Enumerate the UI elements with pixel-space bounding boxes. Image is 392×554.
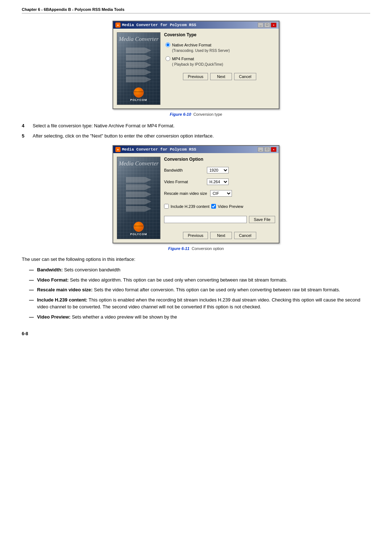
figure10-next-button[interactable]: Next [210,73,232,80]
figure10-previous-button[interactable]: Previous [183,73,208,80]
bullet-h239-text: Include H.239 content: This option is en… [37,296,370,311]
arrow3 [126,62,151,68]
left-panel-arrows [126,48,151,82]
titlebar-left: ♦ Media Converter for Polycom RSS [115,22,196,28]
polycom-text: POLYCOM [130,98,147,102]
minimize-button[interactable]: _ [258,22,264,28]
radio-mp4[interactable]: MP4 Format [166,56,275,61]
bullet-bandwidth-term: Bandwidth: [37,267,63,272]
step5-text: After selecting, click on the "Next" but… [33,132,214,140]
h239-row: Include H.239 content Video Preview [164,204,275,209]
save-file-row: Save File [164,216,275,223]
bullet-video-format-desc: Sets the video algorithm. This option ca… [70,277,287,283]
bullet-rescale-desc: Sets the video format after conversion. … [94,287,340,292]
arrow5 [126,77,151,82]
figure11-arrow4 [126,199,151,205]
bullet-dash-5: — [29,313,34,321]
bandwidth-label: Bandwidth [164,168,204,172]
bullet-video-format-term: Video Format: [37,277,69,283]
figure10-body: Media Converter POLYCOM Coversion Type [113,29,279,108]
figure11-caption-text: Conversion option [192,246,224,251]
figure11-minimize-button[interactable]: _ [258,147,264,152]
maximize-button[interactable]: □ [264,22,270,28]
save-file-input[interactable] [164,216,247,223]
arrow4 [126,69,151,75]
bullet-rescale-term: Rescale main video size: [37,287,93,292]
figure11-next-button[interactable]: Next [210,232,232,239]
h239-checkbox[interactable] [164,204,169,209]
figure11-titlebar: ♦ Media Converter for Polycom RSS _ □ ✕ [113,146,279,153]
figure11-polycom-logo: POLYCOM [130,222,147,236]
bullet-h239: — Include H.239 content: This option is … [29,296,370,311]
figure11-left-panel-arrows [126,177,151,212]
figure10-title: Media Converter for Polycom RSS [122,23,196,27]
figure11-window-controls: _ □ ✕ [258,147,277,152]
bullet-dash-3: — [29,286,34,294]
video-preview-checkbox[interactable] [211,204,216,209]
figure11-titlebar-left: ♦ Media Converter for Polycom RSS [115,147,196,152]
radio-mp4-input[interactable] [166,56,170,61]
bullet-bandwidth-text: Bandwidth: Sets conversion bandwidth [37,266,121,274]
video-format-select[interactable]: H.264 [207,178,229,185]
figure11-previous-button[interactable]: Previous [183,232,208,239]
figure10-caption-label: Figure 6-10 [170,112,191,116]
chapter-heading: Chapter 6 - 6BAppendix B - Polycom RSS M… [22,7,370,13]
figure11-window: ♦ Media Converter for Polycom RSS _ □ ✕ … [113,145,279,243]
video-format-row: Video Format H.264 [164,178,275,185]
page-number: 6-8 [22,331,370,336]
bullet-dash-1: — [29,266,34,274]
figure11-button-row: Previous Next Cancel [164,232,275,239]
figure11-panel-title: Media Converter [119,160,159,167]
figure11-left-panel: Media Converter POLYCOM [117,157,160,239]
figure10-caption: Figure 6-10 Conversion type [22,112,370,116]
polycom-logo: POLYCOM [130,87,147,102]
figure10-titlebar: ♦ Media Converter for Polycom RSS _ □ ✕ [113,21,279,29]
bullet-video-preview-term: Video Preview: [37,314,70,320]
figure10-section-title: Coversion Type [164,32,275,37]
save-file-button[interactable]: Save File [249,216,275,223]
description-intro: The user can set the following options i… [22,257,370,262]
figure10-caption-text: Conversion type [193,112,222,116]
bullet-dash-4: — [29,296,34,311]
bullet-bandwidth: — Bandwidth: Sets conversion bandwidth [29,266,370,274]
h239-label: Include H.239 content [171,204,209,209]
figure11-body: Media Converter POLYCOM Conversion Optio… [113,153,279,243]
step4-num: 4 [22,122,29,130]
figure10-radio-group: Native Archive Format (Transcoding. Used… [166,42,275,66]
rescale-select[interactable]: CIF [210,190,232,197]
figure10-window: ♦ Media Converter for Polycom RSS _ □ ✕ … [113,21,279,109]
close-button[interactable]: ✕ [271,22,277,28]
figure11-cancel-button[interactable]: Cancel [234,232,256,239]
bullet-rescale-text: Rescale main video size: Sets the video … [37,286,340,294]
figure11-caption-label: Figure 6-11 [168,246,189,251]
bullet-video-format-text: Video Format: Sets the video algorithm. … [37,276,287,284]
radio-native-archive-input[interactable] [166,42,170,47]
bullet-video-format: — Video Format: Sets the video algorithm… [29,276,370,284]
step4: 4 Select a file conversion type: Native … [22,122,370,130]
bullet-video-preview: — Video Preview: Sets whether a video pr… [29,313,370,321]
figure10-panel-title: Media Converter [119,36,159,42]
arrow2 [126,55,151,61]
bandwidth-select[interactable]: 1920 [207,167,229,173]
rescale-label: Rescale main video size [164,191,207,196]
figure11-arrow3 [126,192,151,197]
figure11-right-panel: Conversion Option Bandwidth 1920 Video F… [164,157,275,239]
figure11-section-title: Conversion Option [164,157,275,162]
bullet-h239-term: Include H.239 content: [37,297,87,303]
figure11-container: ♦ Media Converter for Polycom RSS _ □ ✕ … [22,145,370,243]
bullet-video-preview-text: Video Preview: Sets whether a video prev… [37,313,177,321]
figure10-right-panel: Coversion Type Native Archive Format (Tr… [164,32,275,105]
figure10-container: ♦ Media Converter for Polycom RSS _ □ ✕ … [22,21,370,109]
figure11-maximize-button[interactable]: □ [264,147,270,152]
radio-native-archive-sub: (Transcoding. Used by RSS Server) [172,49,275,53]
step5: 5 After selecting, click on the "Next" b… [22,132,370,140]
figure11-arrow5 [126,206,151,212]
figure10-cancel-button[interactable]: Cancel [234,73,256,80]
figure11-title: Media Converter for Polycom RSS [122,147,196,152]
figure11-caption: Figure 6-11 Conversion option [22,246,370,251]
figure11-close-button[interactable]: ✕ [271,147,277,152]
radio-native-archive[interactable]: Native Archive Format [166,42,275,47]
figure11-arrow2 [126,184,151,190]
figure11-arrow1 [126,177,151,183]
bullet-rescale: — Rescale main video size: Sets the vide… [29,286,370,294]
